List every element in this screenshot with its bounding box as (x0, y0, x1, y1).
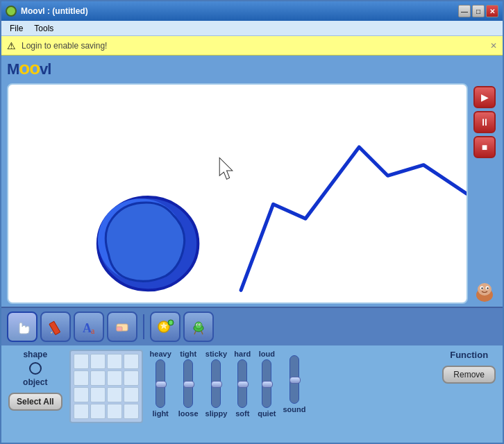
title-buttons: — □ ✕ (458, 5, 498, 17)
banner-close-button[interactable]: ✕ (490, 41, 497, 51)
light-label: light (153, 409, 169, 418)
hard-slider[interactable] (237, 359, 247, 408)
text-tool-button[interactable]: A a (74, 311, 104, 342)
grid-cell-5[interactable] (74, 370, 89, 386)
stamp2-tool-button[interactable] (183, 311, 214, 342)
close-button[interactable]: ✕ (486, 5, 498, 17)
loud-slider[interactable] (262, 359, 271, 408)
select-all-button[interactable]: Select All (8, 393, 62, 411)
grid-cell-10[interactable] (90, 387, 106, 402)
grid-cell-14[interactable] (90, 404, 106, 419)
minimize-button[interactable]: — (458, 5, 471, 17)
shape-object-panel: shape object Select All (8, 350, 62, 411)
slider-tight: tight loose (178, 350, 199, 418)
svg-point-8 (487, 287, 488, 289)
svg-point-18 (169, 321, 172, 325)
app-logo: Moovl (7, 58, 51, 79)
heavy-label: heavy (150, 350, 171, 358)
grid-cell-16[interactable] (124, 404, 139, 419)
svg-point-24 (200, 325, 201, 326)
object-label: object (23, 377, 47, 387)
tight-label: tight (180, 350, 196, 358)
slider-hard: hard soft (234, 350, 251, 418)
quiet-label: quiet (258, 409, 276, 418)
grid-cell-12[interactable] (124, 387, 139, 402)
hand-tool-button[interactable] (7, 311, 37, 342)
svg-line-26 (201, 331, 203, 334)
grid-cell-15[interactable] (107, 404, 122, 419)
toolbar: A a (1, 307, 503, 345)
window-title: Moovl : (untitled) (21, 6, 88, 16)
app-icon (6, 6, 17, 17)
object-grid[interactable] (69, 350, 143, 423)
loud-label: loud (259, 350, 275, 358)
drawing-canvas[interactable] (7, 83, 468, 304)
title-bar: Moovl : (untitled) — □ ✕ (1, 1, 503, 21)
sticky-label: sticky (205, 350, 227, 358)
grid-cell-3[interactable] (107, 354, 122, 369)
stamp2-icon (189, 317, 208, 336)
function-panel: Function Remove (442, 350, 496, 384)
mascot-icon (472, 279, 497, 304)
grid-cell-9[interactable] (74, 387, 89, 402)
grid-cell-4[interactable] (124, 354, 139, 369)
stop-button[interactable]: ■ (473, 136, 496, 158)
play-icon: ▶ (481, 92, 489, 103)
grid-cell-7[interactable] (107, 370, 122, 386)
hard-thumb (237, 381, 249, 388)
sticky-slider[interactable] (211, 359, 221, 408)
shape-selector[interactable] (29, 362, 42, 375)
logo-highlight: oo (19, 58, 40, 78)
grid-cell-11[interactable] (107, 387, 122, 402)
pause-button[interactable]: ⏸ (473, 111, 496, 133)
loud-thumb (262, 381, 273, 388)
svg-point-7 (481, 287, 482, 289)
eraser-tool-button[interactable] (107, 311, 137, 342)
bottom-panel: shape object Select All (1, 345, 503, 443)
svg-line-25 (194, 331, 196, 334)
sound-thumb (289, 377, 301, 384)
grid-cell-1[interactable] (74, 354, 89, 369)
pencil-tool-button[interactable] (40, 311, 71, 342)
svg-point-4 (478, 283, 492, 296)
login-banner: ⚠ Login to enable saving! ✕ (1, 36, 503, 56)
slider-heavy: heavy light (150, 350, 171, 418)
soft-label: soft (235, 409, 249, 418)
stamp1-tool-button[interactable] (150, 311, 180, 342)
grid-cell-8[interactable] (124, 370, 139, 386)
toolbar-divider (143, 314, 144, 339)
hard-label: hard (234, 350, 251, 358)
right-controls: ▶ ⏸ ■ (472, 83, 497, 304)
shape-label: shape (23, 350, 47, 359)
play-button[interactable]: ▶ (473, 86, 496, 108)
remove-button[interactable]: Remove (442, 366, 496, 384)
eraser-icon (112, 317, 132, 336)
function-label: Function (450, 350, 488, 360)
tight-thumb (183, 381, 194, 388)
canvas-svg (8, 85, 467, 302)
grid-cell-2[interactable] (90, 354, 106, 369)
svg-rect-9 (49, 321, 60, 335)
sound-slider[interactable] (289, 355, 299, 404)
slider-sticky: sticky slippy (205, 350, 228, 418)
svg-text:a: a (91, 326, 95, 336)
slippy-label: slippy (205, 409, 228, 418)
menu-tools[interactable]: Tools (28, 22, 59, 35)
slider-loud: loud quiet (258, 350, 276, 418)
maximize-button[interactable]: □ (472, 5, 485, 17)
main-area: ▶ ⏸ ■ (1, 80, 503, 307)
svg-rect-14 (117, 327, 122, 331)
sound-label: sound (283, 405, 305, 413)
tight-slider[interactable] (183, 359, 193, 408)
svg-marker-10 (51, 332, 53, 334)
grid-cell-6[interactable] (90, 370, 106, 386)
hand-icon (12, 317, 32, 336)
pause-icon: ⏸ (480, 117, 489, 128)
menu-file[interactable]: File (4, 22, 28, 35)
grid-cell-13[interactable] (74, 404, 89, 419)
svg-point-23 (197, 325, 199, 326)
stamp1-icon (156, 317, 175, 336)
heavy-slider[interactable] (156, 359, 165, 408)
svg-point-20 (195, 322, 202, 329)
svg-marker-2 (219, 157, 233, 179)
